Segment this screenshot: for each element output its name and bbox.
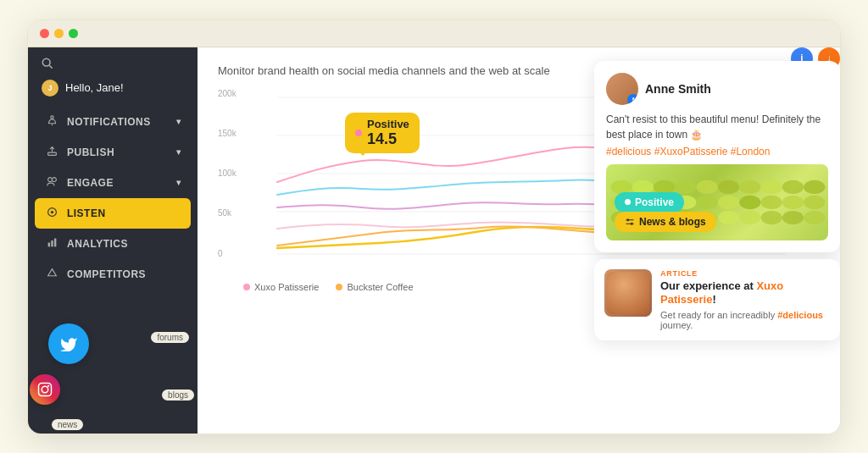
article-desc-highlight: #delicious — [777, 310, 823, 320]
chevron-down-icon: ▾ — [176, 147, 181, 157]
sidebar: J Hello, Jane! NOTIFICATIONS ▾ — [28, 47, 198, 434]
avatar: f — [606, 73, 638, 105]
sidebar-item-notifications[interactable]: NOTIFICATIONS ▾ — [28, 107, 198, 137]
blogs-label: blogs — [162, 389, 194, 401]
sliders-icon — [625, 218, 635, 226]
news-label: news — [52, 419, 83, 430]
sidebar-item-competitors[interactable]: COMPETITORS — [28, 259, 198, 290]
legend-dot-xuxo — [243, 284, 250, 290]
chevron-down-icon: ▾ — [176, 117, 181, 126]
svg-point-41 — [804, 195, 825, 208]
search-icon — [42, 58, 53, 69]
social-icons-area: forums blogs news — [28, 315, 198, 434]
sidebar-search-area — [28, 47, 198, 76]
browser-titlebar — [28, 20, 840, 47]
svg-point-27 — [718, 180, 739, 193]
y-label-200k: 200k — [218, 89, 236, 98]
svg-point-15 — [42, 386, 48, 393]
facebook-badge: f — [627, 94, 638, 105]
legend-item-buckster: Buckster Coffee — [336, 282, 413, 292]
svg-point-16 — [47, 384, 49, 386]
svg-point-9 — [50, 210, 53, 213]
legend-dot-buckster — [336, 284, 342, 290]
svg-rect-12 — [53, 238, 55, 246]
positive-badge: Positive — [615, 192, 684, 213]
article-thumbnail — [604, 269, 652, 317]
post-text: Can't resist to this beautiful menu! Def… — [606, 112, 828, 142]
close-button[interactable] — [40, 29, 49, 38]
nav-publish-label: PUBLISH — [67, 146, 114, 158]
nav-analytics-label: ANALYTICS — [67, 238, 128, 250]
author-name: Anne Smith — [645, 82, 711, 96]
article-title-prefix: Our experience at — [660, 279, 756, 292]
analytics-icon — [45, 237, 58, 251]
svg-point-2 — [50, 115, 53, 118]
article-meta: ARTICLE Our experience at Xuxo Patisseri… — [660, 269, 830, 331]
news-blogs-label: News & blogs — [639, 216, 706, 228]
svg-point-7 — [52, 177, 56, 181]
article-title-suffix: ! — [712, 293, 715, 306]
nav-notifications-label: NOTIFICATIONS — [67, 116, 151, 128]
svg-point-39 — [760, 195, 782, 208]
sidebar-item-publish[interactable]: PUBLISH ▾ — [28, 137, 198, 168]
svg-point-28 — [739, 180, 760, 193]
article-desc-prefix: Get ready for an increadibly — [660, 310, 777, 320]
browser-window: J Hello, Jane! NOTIFICATIONS ▾ — [27, 19, 841, 434]
main-content: Monitor brand health on social media cha… — [198, 47, 840, 434]
nav-engage-label: ENGAGE — [67, 177, 114, 189]
svg-rect-11 — [51, 240, 53, 246]
svg-point-40 — [782, 195, 804, 208]
legend-label-buckster: Buckster Coffee — [347, 282, 413, 292]
avatar: J — [42, 80, 58, 97]
nav-competitors-label: COMPETITORS — [67, 268, 146, 280]
minimize-button[interactable] — [54, 29, 64, 38]
publish-icon — [45, 146, 58, 159]
notifications-icon — [45, 115, 58, 129]
sidebar-item-listen[interactable]: LISTEN — [35, 198, 191, 229]
sidebar-item-engage[interactable]: ENGAGE ▾ — [28, 168, 198, 198]
greeting-text: Hello, Jane! — [65, 81, 124, 94]
svg-marker-13 — [47, 268, 56, 275]
article-desc: Get ready for an increadibly #delicious … — [660, 310, 830, 330]
svg-rect-14 — [39, 383, 52, 395]
tooltip-value: 14.5 — [367, 130, 397, 147]
app-body: J Hello, Jane! NOTIFICATIONS ▾ — [28, 47, 840, 434]
y-label-0: 0 — [218, 249, 236, 258]
svg-rect-4 — [47, 152, 56, 155]
svg-point-47 — [718, 210, 739, 224]
svg-point-37 — [718, 195, 739, 208]
svg-point-36 — [697, 195, 718, 208]
svg-point-30 — [782, 180, 804, 193]
svg-point-26 — [697, 180, 718, 193]
sidebar-item-analytics[interactable]: ANALYTICS — [28, 229, 198, 259]
forums-label: forums — [151, 332, 189, 343]
svg-point-38 — [739, 195, 760, 208]
tooltip-label: Positive 14.5 — [367, 118, 409, 148]
news-blogs-badge: News & blogs — [615, 212, 716, 232]
svg-point-54 — [626, 218, 629, 221]
svg-rect-10 — [47, 242, 49, 246]
instagram-icon[interactable] — [30, 374, 60, 405]
positive-label: Positive — [635, 196, 674, 208]
article-label: ARTICLE — [660, 269, 830, 278]
sidebar-greeting: J Hello, Jane! — [28, 76, 198, 107]
svg-point-29 — [760, 180, 782, 193]
chart-tooltip: Positive 14.5 — [345, 113, 420, 153]
chevron-down-icon: ▾ — [176, 178, 181, 187]
svg-line-1 — [49, 65, 52, 68]
twitter-icon[interactable] — [48, 323, 89, 364]
article-title: Our experience at Xuxo Patisserie! — [660, 279, 830, 308]
maximize-button[interactable] — [69, 29, 78, 38]
svg-point-55 — [631, 222, 633, 224]
svg-point-25 — [675, 180, 696, 193]
svg-point-31 — [804, 180, 825, 193]
article-card: ARTICLE Our experience at Xuxo Patisseri… — [594, 259, 840, 341]
post-hashtags: #delicious #XuxoPatisserie #London — [606, 146, 828, 157]
y-label-50k: 50k — [218, 208, 236, 218]
competitors-icon — [45, 268, 58, 281]
post-author: f Anne Smith — [606, 73, 828, 105]
svg-point-50 — [782, 210, 804, 224]
listen-icon — [45, 207, 58, 220]
svg-point-6 — [47, 177, 52, 181]
legend-label-xuxo: Xuxo Patisserie — [254, 282, 319, 292]
